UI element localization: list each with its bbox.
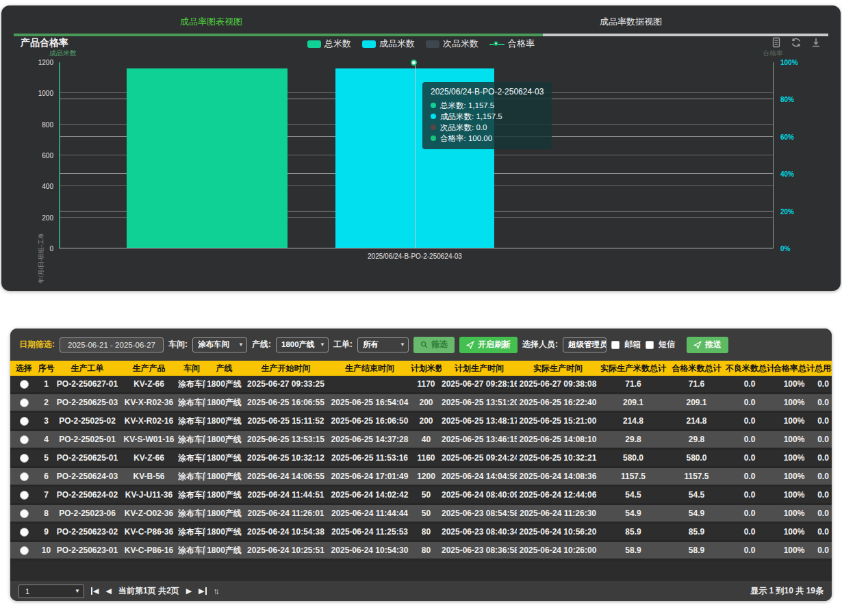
table-cell: PO-2-250624-03 bbox=[55, 468, 120, 487]
row-radio[interactable] bbox=[20, 472, 29, 481]
table-cell: 2025-06-25 16:22:40 bbox=[517, 394, 599, 413]
table-cell: 涂布车间 bbox=[178, 450, 205, 468]
table-row: 10PO-2-250623-01KV-C-P86-16涂布车间1800产线202… bbox=[10, 542, 832, 561]
row-radio[interactable] bbox=[20, 435, 29, 444]
row-radio[interactable] bbox=[20, 546, 29, 555]
legend-label: 次品米数 bbox=[443, 38, 479, 50]
table-cell: 54.5 bbox=[599, 487, 667, 505]
table-cell: 涂布车间 bbox=[178, 524, 205, 542]
table-cell: 1800产线 bbox=[205, 468, 243, 487]
line-select[interactable]: 1800产线 ▼ bbox=[276, 337, 329, 352]
refresh-icon[interactable] bbox=[791, 37, 802, 48]
data-view-icon[interactable] bbox=[771, 37, 782, 48]
table-cell: 2025-06-25 10:32:21 bbox=[517, 450, 599, 468]
bar-total-meters[interactable] bbox=[127, 68, 288, 248]
table-cell: 2025-06-27 09:33:25 bbox=[243, 376, 329, 394]
series-dot-icon bbox=[431, 103, 436, 108]
table-cell: 0.0 bbox=[815, 413, 832, 431]
start-refresh-button[interactable]: 开启刷新 bbox=[459, 337, 518, 353]
row-radio[interactable] bbox=[20, 509, 29, 518]
prev-page-icon[interactable]: ◀ bbox=[105, 587, 111, 595]
axis-tick-label: 100% bbox=[780, 59, 798, 66]
table-cell: 0.0 bbox=[726, 413, 774, 431]
table-cell: 80 bbox=[411, 542, 442, 561]
row-radio[interactable] bbox=[20, 491, 29, 500]
person-select[interactable]: 超级管理员 ▼ bbox=[563, 337, 607, 352]
legend-label: 成品米数 bbox=[379, 38, 415, 50]
y-axis-name: 成品米数 bbox=[49, 49, 77, 58]
date-range-input[interactable]: 2025-06-21 - 2025-06-27 bbox=[60, 337, 164, 352]
search-icon bbox=[420, 341, 428, 348]
table-cell: 71.6 bbox=[667, 376, 726, 394]
select-cell bbox=[10, 376, 38, 394]
push-button[interactable]: 推送 bbox=[687, 337, 728, 353]
table-cell: 0.0 bbox=[815, 505, 832, 524]
row-radio[interactable] bbox=[20, 398, 29, 407]
table-cell: 1800产线 bbox=[205, 542, 243, 561]
legend-item-good[interactable]: 成品米数 bbox=[362, 38, 415, 50]
last-page-icon[interactable]: ▶ bbox=[199, 587, 206, 595]
row-radio[interactable] bbox=[20, 417, 29, 426]
table-cell: 40 bbox=[411, 431, 442, 450]
select-cell bbox=[10, 524, 38, 542]
table-cell: 2025-06-24 11:26:01 bbox=[243, 505, 329, 524]
table-cell: 1 bbox=[38, 376, 55, 394]
table-cell: 0.0 bbox=[726, 505, 774, 524]
production-table: 选择序号生产工单生产产品车间产线生产开始时间生产结束时间计划米数计划生产时间实际… bbox=[10, 361, 832, 561]
table-cell: 涂布车间 bbox=[178, 542, 205, 561]
first-page-icon[interactable]: ◀ bbox=[91, 587, 99, 595]
table-cell: 214.8 bbox=[667, 413, 726, 431]
passrate-point-marker[interactable] bbox=[411, 60, 417, 66]
person-value: 超级管理员 bbox=[568, 339, 607, 350]
push-button-label: 推送 bbox=[705, 339, 722, 350]
sms-checkbox[interactable] bbox=[646, 341, 654, 349]
reload-table-icon[interactable]: ↑↓ bbox=[214, 587, 218, 596]
table-cell: 3 bbox=[38, 413, 55, 431]
filter-button[interactable]: 筛选 bbox=[413, 337, 455, 353]
tab-data-view[interactable]: 成品率数据视图 bbox=[421, 14, 841, 31]
table-cell: 85.9 bbox=[599, 524, 667, 542]
legend-swatch-defect bbox=[426, 40, 439, 48]
table-cell: 0.0 bbox=[815, 524, 832, 542]
next-page-icon[interactable]: ▶ bbox=[186, 587, 192, 595]
column-header: 计划米数 bbox=[411, 361, 442, 376]
row-radio[interactable] bbox=[20, 380, 29, 389]
x-axis-line bbox=[59, 248, 774, 248]
table-cell: 2025-06-24 12:44:06 bbox=[517, 487, 599, 505]
table-cell: 2025-06-25 13:51:20 bbox=[442, 394, 517, 413]
series-dot-icon bbox=[431, 114, 436, 119]
download-icon[interactable] bbox=[811, 37, 821, 48]
tab-chart-view[interactable]: 成品率图表视图 bbox=[1, 14, 421, 31]
plot-area bbox=[59, 62, 774, 248]
table-cell: 80 bbox=[411, 524, 442, 542]
column-header: 实际生产时间 bbox=[517, 361, 599, 376]
select-cell bbox=[10, 413, 38, 431]
order-select[interactable]: 所有 ▼ bbox=[357, 337, 409, 352]
legend-item-passrate[interactable]: 合格率 bbox=[489, 38, 535, 50]
table-cell: 9 bbox=[38, 524, 55, 542]
axis-tick-label: 60% bbox=[780, 133, 794, 141]
workshop-select[interactable]: 涂布车间 ▼ bbox=[192, 337, 247, 352]
legend-swatch-total bbox=[307, 40, 321, 48]
email-checkbox[interactable] bbox=[611, 341, 620, 349]
select-cell bbox=[10, 542, 38, 561]
row-radio[interactable] bbox=[20, 528, 29, 537]
email-checkbox-label: 邮箱 bbox=[624, 339, 641, 350]
y2-axis-ticks: 0%20%40%60%80%100% bbox=[779, 62, 812, 248]
table-cell: 0.0 bbox=[726, 542, 774, 561]
page-select[interactable]: 1 ▼ bbox=[18, 585, 84, 598]
table-cell: KV-B-56 bbox=[120, 468, 178, 487]
legend-swatch-good bbox=[362, 40, 376, 48]
table-cell: 200 bbox=[411, 394, 442, 413]
row-radio[interactable] bbox=[20, 454, 29, 463]
table-cell: 2025-06-25 14:08:10 bbox=[517, 431, 599, 450]
table-cell: 0.0 bbox=[726, 450, 774, 468]
table-cell: 50 bbox=[411, 505, 442, 524]
table-cell: 2025-06-24 11:44:44 bbox=[329, 505, 411, 524]
legend-item-defect[interactable]: 次品米数 bbox=[426, 38, 479, 50]
axis-tick-label: 1200 bbox=[38, 59, 53, 66]
table-cell: 2025-06-25 15:21:00 bbox=[517, 413, 599, 431]
legend-item-total[interactable]: 总米数 bbox=[307, 38, 351, 50]
table-cell: 2025-06-25 16:06:50 bbox=[329, 413, 411, 431]
pagination-bar: 1 ▼ ◀ ◀ 当前第1页 共2页 ▶ ▶ ↑↓ 显示 1 到10 共 19条 bbox=[10, 581, 832, 601]
